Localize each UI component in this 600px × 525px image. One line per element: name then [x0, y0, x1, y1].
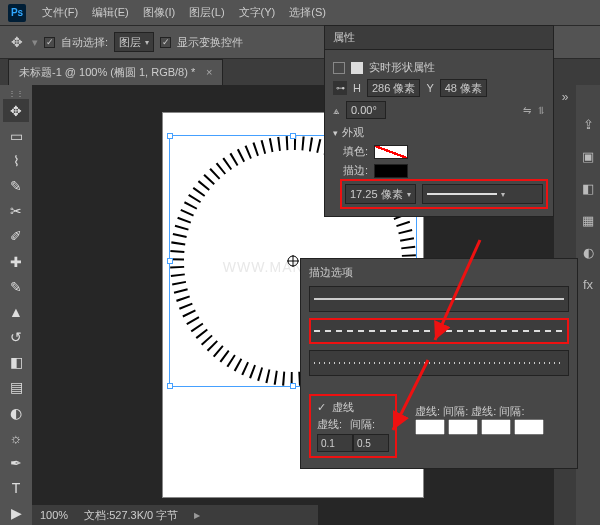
transform-handle[interactable] [167, 258, 173, 264]
properties-panel-header[interactable]: 属性 [325, 26, 553, 50]
chevron-down-icon: ▾ [333, 128, 338, 138]
share-icon[interactable]: ⇪ [579, 115, 597, 133]
dashed-label: 虚线 [332, 400, 354, 415]
adjustments-panel-icon[interactable]: ◐ [579, 243, 597, 261]
type-tool[interactable]: T [3, 477, 29, 500]
tool-bar: ⋮⋮ ✥ ▭ ⌇ ✎ ✂ ✐ ✚ ✎ ▲ ↺ ◧ ▤ ◐ ☼ ✒ T ▶ [0, 85, 32, 525]
gap-value-input-2[interactable] [448, 419, 478, 435]
fill-label: 填色: [343, 144, 368, 159]
shape-fill-icon [351, 62, 363, 74]
show-transform-checkbox[interactable]: ✓ [160, 37, 171, 48]
swatches-panel-icon[interactable]: ▦ [579, 211, 597, 229]
move-tool-icon: ✥ [8, 33, 26, 51]
gradient-tool[interactable]: ▤ [3, 376, 29, 399]
app-logo-icon: Ps [8, 4, 26, 22]
collapsed-panel-strip: ⇪ ▣ ◧ ▦ ◐ fx [576, 85, 600, 525]
transform-handle[interactable] [167, 133, 173, 139]
status-bar: 100% 文档:527.3K/0 字节 ▶ [32, 505, 318, 525]
history-panel-icon[interactable]: ▣ [579, 147, 597, 165]
pen-tool[interactable]: ✒ [3, 451, 29, 474]
stamp-tool[interactable]: ▲ [3, 300, 29, 323]
gap-value-input[interactable] [353, 434, 389, 452]
dodge-tool[interactable]: ☼ [3, 426, 29, 449]
stroke-options-title: 描边选项 [309, 265, 569, 280]
stroke-preview-dashed[interactable] [309, 318, 569, 344]
menu-bar: Ps 文件(F) 编辑(E) 图像(I) 图层(L) 文字(Y) 选择(S) [0, 0, 600, 25]
angle-field[interactable]: 0.00° [346, 101, 386, 119]
healing-tool[interactable]: ✚ [3, 250, 29, 273]
gap-length-label: 间隔: [499, 405, 524, 417]
history-brush-tool[interactable]: ↺ [3, 326, 29, 349]
close-icon[interactable]: × [206, 66, 212, 78]
appearance-label: 外观 [342, 125, 364, 140]
menu-select[interactable]: 选择(S) [283, 3, 332, 22]
link-wh-icon[interactable]: ⊶ [333, 81, 347, 95]
chevron-right-icon[interactable]: ▶ [194, 511, 200, 520]
expand-panels-icon[interactable]: » [557, 89, 573, 105]
auto-select-target-select[interactable]: 图层▾ [114, 32, 154, 52]
shape-mask-icon [333, 62, 345, 74]
h-label: H [353, 82, 361, 94]
menu-layer[interactable]: 图层(L) [183, 3, 230, 22]
menu-image[interactable]: 图像(I) [137, 3, 181, 22]
stroke-width-value: 17.25 像素 [350, 187, 403, 202]
stroke-width-field[interactable]: 17.25 像素 ▾ [345, 184, 416, 204]
transform-handle[interactable] [167, 383, 173, 389]
appearance-section-header[interactable]: ▾ 外观 [333, 125, 545, 140]
move-tool[interactable]: ✥ [3, 99, 29, 122]
auto-select-checkbox[interactable]: ✓ [44, 37, 55, 48]
stroke-preview-dotted[interactable] [309, 350, 569, 376]
height-field[interactable]: 286 像素 [367, 79, 420, 97]
color-panel-icon[interactable]: ◧ [579, 179, 597, 197]
dash-settings-extra: 虚线: 间隔: 虚线: 间隔: [415, 386, 544, 458]
gap-value-input-3[interactable] [514, 419, 544, 435]
lasso-tool[interactable]: ⌇ [3, 149, 29, 172]
document-tab-title: 未标题-1 @ 100% (椭圆 1, RGB/8) * [19, 66, 195, 78]
document-tab[interactable]: 未标题-1 @ 100% (椭圆 1, RGB/8) * × [8, 59, 223, 85]
dash-value-input[interactable] [317, 434, 353, 452]
stroke-swatch[interactable] [374, 164, 408, 178]
flip-v-icon[interactable]: ⥮ [537, 105, 545, 116]
gap-length-label: 间隔: [443, 405, 468, 417]
quick-select-tool[interactable]: ✎ [3, 175, 29, 198]
path-select-tool[interactable]: ▶ [3, 502, 29, 525]
menu-edit[interactable]: 编辑(E) [86, 3, 135, 22]
dash-settings-group: ✓ 虚线 虚线: 间隔: [309, 394, 397, 458]
fill-swatch[interactable] [374, 145, 408, 159]
properties-panel-title: 属性 [333, 30, 355, 45]
dash-length-label: 虚线: [471, 405, 496, 417]
blur-tool[interactable]: ◐ [3, 401, 29, 424]
properties-panel: 属性 实时形状属性 ⊶ H 286 像素 Y 48 像素 ⟁ 0.00° ⇋ ⥮… [324, 25, 554, 217]
toolbar-grip-icon[interactable]: ⋮⋮ [10, 89, 22, 97]
y-label: Y [426, 82, 433, 94]
y-field[interactable]: 48 像素 [440, 79, 487, 97]
stroke-preview-solid[interactable] [309, 286, 569, 312]
chevron-down-icon[interactable]: ▾ [501, 190, 505, 199]
stroke-options-popup: 描边选项 ✓ 虚线 虚线: 间隔: 虚线: 间隔: [300, 258, 578, 469]
flip-h-icon[interactable]: ⇋ [523, 105, 531, 116]
dash-length-label: 虚线: [317, 417, 342, 432]
menu-file[interactable]: 文件(F) [36, 3, 84, 22]
transform-handle[interactable] [290, 133, 296, 139]
eraser-tool[interactable]: ◧ [3, 351, 29, 374]
dash-length-label: 虚线: [415, 405, 440, 417]
brush-tool[interactable]: ✎ [3, 275, 29, 298]
marquee-tool[interactable]: ▭ [3, 124, 29, 147]
styles-panel-icon[interactable]: fx [579, 275, 597, 293]
crop-tool[interactable]: ✂ [3, 200, 29, 223]
live-shape-label: 实时形状属性 [369, 60, 435, 75]
chevron-down-icon[interactable]: ▾ [407, 190, 411, 199]
dash-value-input-3[interactable] [481, 419, 511, 435]
dashed-checkbox[interactable]: ✓ [317, 401, 326, 414]
eyedropper-tool[interactable]: ✐ [3, 225, 29, 248]
menu-type[interactable]: 文字(Y) [233, 3, 282, 22]
stroke-label: 描边: [343, 163, 368, 178]
dash-value-input-2[interactable] [415, 419, 445, 435]
auto-select-label: 自动选择: [61, 35, 108, 50]
zoom-level[interactable]: 100% [40, 509, 68, 521]
document-info[interactable]: 文档:527.3K/0 字节 [84, 508, 178, 523]
stroke-style-select[interactable]: ▾ [422, 184, 543, 204]
transform-handle[interactable] [290, 383, 296, 389]
angle-icon: ⟁ [333, 104, 340, 116]
show-transform-label: 显示变换控件 [177, 35, 243, 50]
